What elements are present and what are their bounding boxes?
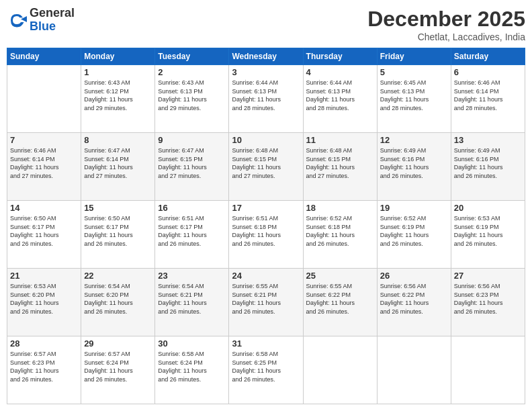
day-number: 17: [232, 203, 300, 213]
day-info: Sunrise: 6:52 AMSunset: 6:19 PMDaylight:…: [380, 214, 448, 248]
day-info: Sunrise: 6:46 AMSunset: 6:14 PMDaylight:…: [454, 79, 522, 112]
day-info: Sunrise: 6:45 AMSunset: 6:13 PMDaylight:…: [380, 79, 448, 112]
table-row: 12Sunrise: 6:49 AMSunset: 6:16 PMDayligh…: [377, 133, 451, 201]
day-info: Sunrise: 6:44 AMSunset: 6:13 PMDaylight:…: [306, 79, 374, 112]
col-thursday: Thursday: [303, 48, 377, 65]
day-number: 18: [306, 203, 374, 213]
day-number: 3: [232, 67, 300, 77]
day-number: 20: [454, 203, 522, 213]
table-row: 28Sunrise: 6:57 AMSunset: 6:23 PMDayligh…: [7, 336, 81, 404]
table-row: 19Sunrise: 6:52 AMSunset: 6:19 PMDayligh…: [377, 201, 451, 269]
table-row: 2Sunrise: 6:43 AMSunset: 6:13 PMDaylight…: [155, 65, 229, 133]
day-number: 15: [84, 203, 152, 213]
day-number: 30: [158, 338, 226, 349]
day-info: Sunrise: 6:50 AMSunset: 6:17 PMDaylight:…: [10, 214, 78, 248]
table-row: 9Sunrise: 6:47 AMSunset: 6:15 PMDaylight…: [155, 133, 229, 201]
day-number: 11: [306, 135, 374, 145]
day-info: Sunrise: 6:54 AMSunset: 6:20 PMDaylight:…: [84, 282, 152, 316]
col-friday: Friday: [377, 48, 451, 65]
day-info: Sunrise: 6:48 AMSunset: 6:15 PMDaylight:…: [232, 146, 300, 180]
table-row: 5Sunrise: 6:45 AMSunset: 6:13 PMDaylight…: [377, 65, 451, 133]
calendar-week-4: 21Sunrise: 6:53 AMSunset: 6:20 PMDayligh…: [7, 269, 525, 336]
day-number: 31: [232, 338, 300, 349]
table-row: [7, 65, 81, 133]
table-row: 10Sunrise: 6:48 AMSunset: 6:15 PMDayligh…: [229, 133, 303, 201]
day-number: 12: [380, 135, 448, 145]
day-number: 7: [10, 135, 78, 145]
day-info: Sunrise: 6:57 AMSunset: 6:24 PMDaylight:…: [84, 350, 152, 383]
day-number: 14: [10, 203, 78, 213]
day-info: Sunrise: 6:44 AMSunset: 6:13 PMDaylight:…: [232, 79, 300, 112]
table-row: 30Sunrise: 6:58 AMSunset: 6:24 PMDayligh…: [155, 336, 229, 404]
day-info: Sunrise: 6:53 AMSunset: 6:20 PMDaylight:…: [10, 282, 78, 316]
table-row: 26Sunrise: 6:56 AMSunset: 6:22 PMDayligh…: [377, 269, 451, 336]
day-number: 6: [454, 67, 522, 77]
table-row: 11Sunrise: 6:48 AMSunset: 6:15 PMDayligh…: [303, 133, 377, 201]
subtitle: Chetlat, Laccadives, India: [367, 32, 525, 42]
day-info: Sunrise: 6:50 AMSunset: 6:17 PMDaylight:…: [84, 214, 152, 248]
day-number: 2: [158, 67, 226, 77]
table-row: 15Sunrise: 6:50 AMSunset: 6:17 PMDayligh…: [81, 201, 155, 269]
calendar-table: Sunday Monday Tuesday Wednesday Thursday…: [7, 48, 525, 404]
day-number: 9: [158, 135, 226, 145]
header: General Blue December 2025 Chetlat, Lacc…: [7, 7, 525, 42]
day-info: Sunrise: 6:51 AMSunset: 6:17 PMDaylight:…: [158, 214, 226, 248]
day-info: Sunrise: 6:55 AMSunset: 6:21 PMDaylight:…: [232, 282, 300, 316]
calendar-header-row: Sunday Monday Tuesday Wednesday Thursday…: [7, 48, 525, 65]
day-number: 25: [306, 271, 374, 281]
table-row: 6Sunrise: 6:46 AMSunset: 6:14 PMDaylight…: [451, 65, 525, 133]
day-info: Sunrise: 6:54 AMSunset: 6:21 PMDaylight:…: [158, 282, 226, 316]
logo: General Blue: [7, 7, 75, 34]
table-row: 24Sunrise: 6:55 AMSunset: 6:21 PMDayligh…: [229, 269, 303, 336]
day-info: Sunrise: 6:56 AMSunset: 6:22 PMDaylight:…: [380, 282, 448, 316]
table-row: 23Sunrise: 6:54 AMSunset: 6:21 PMDayligh…: [155, 269, 229, 336]
day-info: Sunrise: 6:48 AMSunset: 6:15 PMDaylight:…: [306, 146, 374, 180]
day-number: 28: [10, 338, 78, 349]
calendar-week-1: 1Sunrise: 6:43 AMSunset: 6:12 PMDaylight…: [7, 65, 525, 133]
table-row: 22Sunrise: 6:54 AMSunset: 6:20 PMDayligh…: [81, 269, 155, 336]
day-info: Sunrise: 6:49 AMSunset: 6:16 PMDaylight:…: [380, 146, 448, 180]
table-row: 17Sunrise: 6:51 AMSunset: 6:18 PMDayligh…: [229, 201, 303, 269]
table-row: [303, 336, 377, 404]
day-info: Sunrise: 6:56 AMSunset: 6:23 PMDaylight:…: [454, 282, 522, 316]
month-title: December 2025: [367, 7, 525, 32]
calendar-week-5: 28Sunrise: 6:57 AMSunset: 6:23 PMDayligh…: [7, 336, 525, 404]
day-number: 29: [84, 338, 152, 349]
table-row: 29Sunrise: 6:57 AMSunset: 6:24 PMDayligh…: [81, 336, 155, 404]
table-row: 13Sunrise: 6:49 AMSunset: 6:16 PMDayligh…: [451, 133, 525, 201]
col-sunday: Sunday: [7, 48, 81, 65]
day-info: Sunrise: 6:49 AMSunset: 6:16 PMDaylight:…: [454, 146, 522, 180]
table-row: [451, 336, 525, 404]
table-row: 14Sunrise: 6:50 AMSunset: 6:17 PMDayligh…: [7, 201, 81, 269]
day-info: Sunrise: 6:57 AMSunset: 6:23 PMDaylight:…: [10, 350, 78, 383]
col-tuesday: Tuesday: [155, 48, 229, 65]
day-number: 5: [380, 67, 448, 77]
day-number: 23: [158, 271, 226, 281]
logo-text: General Blue: [30, 7, 75, 34]
day-info: Sunrise: 6:43 AMSunset: 6:12 PMDaylight:…: [84, 79, 152, 112]
table-row: 27Sunrise: 6:56 AMSunset: 6:23 PMDayligh…: [451, 269, 525, 336]
day-info: Sunrise: 6:51 AMSunset: 6:18 PMDaylight:…: [232, 214, 300, 248]
title-block: December 2025 Chetlat, Laccadives, India: [367, 7, 525, 42]
day-info: Sunrise: 6:43 AMSunset: 6:13 PMDaylight:…: [158, 79, 226, 112]
day-info: Sunrise: 6:52 AMSunset: 6:18 PMDaylight:…: [306, 214, 374, 248]
table-row: 1Sunrise: 6:43 AMSunset: 6:12 PMDaylight…: [81, 65, 155, 133]
day-number: 26: [380, 271, 448, 281]
day-number: 19: [380, 203, 448, 213]
table-row: 25Sunrise: 6:55 AMSunset: 6:22 PMDayligh…: [303, 269, 377, 336]
calendar-week-3: 14Sunrise: 6:50 AMSunset: 6:17 PMDayligh…: [7, 201, 525, 269]
day-number: 4: [306, 67, 374, 77]
table-row: 16Sunrise: 6:51 AMSunset: 6:17 PMDayligh…: [155, 201, 229, 269]
calendar-week-2: 7Sunrise: 6:46 AMSunset: 6:14 PMDaylight…: [7, 133, 525, 201]
table-row: 4Sunrise: 6:44 AMSunset: 6:13 PMDaylight…: [303, 65, 377, 133]
table-row: [377, 336, 451, 404]
col-monday: Monday: [81, 48, 155, 65]
col-saturday: Saturday: [451, 48, 525, 65]
day-info: Sunrise: 6:46 AMSunset: 6:14 PMDaylight:…: [10, 146, 78, 180]
day-number: 1: [84, 67, 152, 77]
table-row: 21Sunrise: 6:53 AMSunset: 6:20 PMDayligh…: [7, 269, 81, 336]
col-wednesday: Wednesday: [229, 48, 303, 65]
day-number: 27: [454, 271, 522, 281]
table-row: 7Sunrise: 6:46 AMSunset: 6:14 PMDaylight…: [7, 133, 81, 201]
table-row: 18Sunrise: 6:52 AMSunset: 6:18 PMDayligh…: [303, 201, 377, 269]
